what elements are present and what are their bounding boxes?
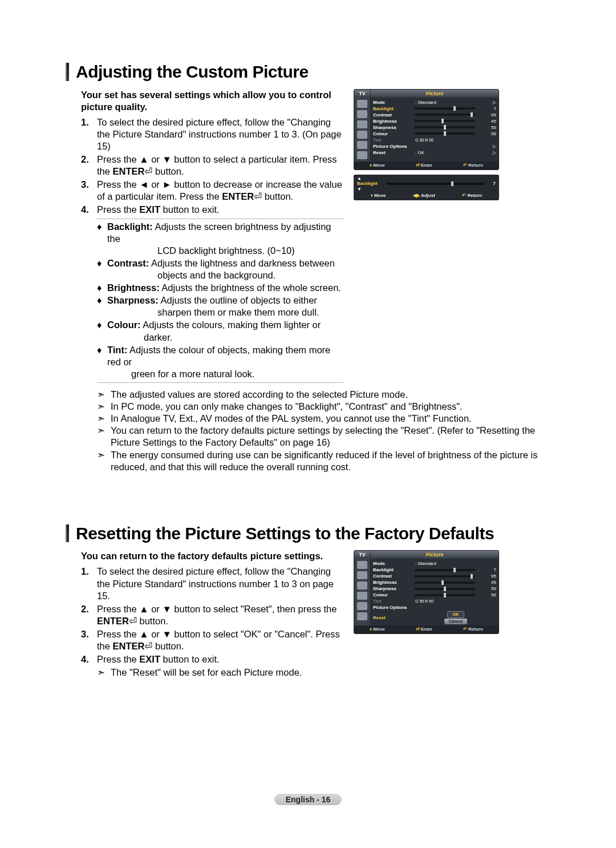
- osd-icon: [357, 131, 367, 139]
- section1-intro: Your set has several settings which allo…: [81, 89, 343, 113]
- enter-icon: ⏎: [144, 641, 152, 651]
- heading-accent-bar: [66, 524, 69, 543]
- def-brightness: ♦Brightness: Adjusts the brightness of t…: [97, 282, 343, 294]
- return-icon: ↶: [463, 627, 467, 632]
- osd-reset-cancel: Cancel: [444, 619, 468, 624]
- osd-rows: Mode: Standard▷ Backlight7 Contrast95 Br…: [371, 98, 499, 161]
- section2-notes: The "Reset" will be set for each Picture…: [81, 667, 343, 679]
- osd-tv-label: TV: [354, 90, 371, 98]
- diamond-icon: ♦: [97, 282, 102, 294]
- section2-intro: You can return to the factory defaults p…: [81, 550, 343, 562]
- osd-tv-label: TV: [354, 551, 371, 559]
- section2-steps: 1.To select the desired picture effect, …: [81, 566, 343, 665]
- heading-reset: Resetting the Picture Settings to the Fa…: [76, 524, 494, 543]
- step-3: 3. Press the ◄ or ► button to decrease o…: [97, 179, 343, 203]
- definition-list: ♦Backlight: Adjusts the screen brightnes…: [97, 219, 343, 383]
- page-footer: English - 16: [0, 794, 616, 805]
- note: You can return to the factory defaults p…: [97, 425, 556, 449]
- osd-icon: [357, 100, 367, 108]
- return-icon: ↶: [462, 193, 466, 198]
- diamond-icon: ♦: [97, 294, 102, 306]
- diamond-icon: ♦: [97, 221, 102, 233]
- step-4: 4. Press the EXIT button to exit.: [97, 204, 343, 216]
- heading-wrap: Adjusting the Custom Picture: [66, 63, 556, 81]
- osd-title: Picture: [371, 551, 499, 559]
- osd-icon: [357, 141, 367, 149]
- enter-icon: ⏎: [129, 616, 137, 626]
- step-1: 1. To select the desired picture effect,…: [97, 116, 343, 152]
- manual-page: Adjusting the Custom Picture Your set ha…: [0, 0, 616, 848]
- def-sharpness: ♦Sharpness: Adjusts the outline of objec…: [97, 294, 343, 318]
- section2-left: You can return to the factory defaults p…: [81, 550, 343, 679]
- def-contrast: ♦Contrast: Adjusts the lightness and dar…: [97, 257, 343, 281]
- osd-backlight-slider: ▲ Backlight 7 ▼ ♦Move ◀▶Adjust ↶Return: [354, 175, 499, 200]
- def-tint: ♦Tint: Adjusts the colour of objects, ma…: [97, 344, 343, 380]
- osd-icon: [357, 602, 367, 610]
- osd-reset-menu: TV Picture Mode: Standard Backlight7 Con…: [354, 550, 499, 634]
- page-number: English - 16: [274, 794, 342, 805]
- return-icon: ↶: [463, 163, 467, 168]
- enter-icon: ⏎: [144, 166, 152, 176]
- osd-icon: [357, 151, 367, 159]
- section-reset-picture: Resetting the Picture Settings to the Fa…: [66, 524, 556, 679]
- step-4: 4.Press the EXIT button to exit.: [97, 653, 343, 665]
- section1-right: TV Picture Mode: Standard▷ Backlight7 Co…: [354, 89, 499, 383]
- osd-icon: [357, 120, 367, 128]
- osd-title: Picture: [371, 90, 499, 98]
- osd-reset-ok: OK: [447, 611, 464, 618]
- chevron-right-icon: ▷: [491, 99, 496, 106]
- section-adjusting-picture: Adjusting the Custom Picture Your set ha…: [66, 63, 556, 473]
- enter-icon: ⏎: [416, 627, 420, 632]
- updown-icon: ♦: [370, 627, 372, 632]
- osd-picture-menu: TV Picture Mode: Standard▷ Backlight7 Co…: [354, 89, 499, 170]
- note: In Analogue TV, Ext., AV modes of the PA…: [97, 413, 556, 425]
- section2-body: You can return to the factory defaults p…: [81, 550, 556, 679]
- diamond-icon: ♦: [97, 319, 102, 331]
- osd-category-icons: [354, 98, 371, 161]
- step-1: 1.To select the desired picture effect, …: [97, 566, 343, 601]
- step-3: 3.Press the ▲ or ▼ button to select "OK"…: [97, 628, 343, 652]
- section1-steps: 1. To select the desired picture effect,…: [81, 116, 343, 216]
- osd-icon: [357, 571, 367, 579]
- def-colour: ♦Colour: Adjusts the colours, making the…: [97, 319, 343, 343]
- note: The "Reset" will be set for each Picture…: [97, 667, 343, 679]
- section1-left: Your set has several settings which allo…: [81, 89, 343, 383]
- section2-right: TV Picture Mode: Standard Backlight7 Con…: [354, 550, 499, 679]
- osd-category-icons: [354, 559, 371, 625]
- heading-adjusting: Adjusting the Custom Picture: [76, 63, 309, 81]
- section1-body: Your set has several settings which allo…: [81, 89, 556, 473]
- step-2: 2. Press the ▲ or ▼ button to select a p…: [97, 154, 343, 177]
- chevron-right-icon: ▷: [491, 150, 496, 156]
- enter-icon: ⏎: [254, 191, 262, 201]
- diamond-icon: ♦: [97, 257, 102, 269]
- down-arrow-icon: ▼: [357, 187, 496, 192]
- diamond-icon: ♦: [97, 344, 102, 356]
- osd-icon: [357, 612, 367, 620]
- note: The adjusted values are stored according…: [97, 389, 556, 401]
- heading-accent-bar: [66, 63, 69, 81]
- up-arrow-icon: ▲: [357, 176, 496, 181]
- updown-icon: ♦: [370, 163, 372, 168]
- osd-footer: ♦Move ⏎Enter ↶Return: [354, 161, 499, 169]
- note: The energy consumed during use can be si…: [97, 449, 556, 473]
- osd-icon: [357, 561, 367, 569]
- osd-icon: [357, 582, 367, 589]
- note: In PC mode, you can only make changes to…: [97, 401, 556, 413]
- enter-icon: ⏎: [416, 163, 420, 168]
- osd-footer: ♦Move ⏎Enter ↶Return: [354, 625, 499, 633]
- leftright-icon: ◀▶: [413, 193, 420, 198]
- osd-icon: [357, 110, 367, 118]
- chevron-right-icon: ▷: [491, 143, 496, 150]
- updown-icon: ♦: [371, 193, 373, 198]
- step-2: 2.Press the ▲ or ▼ button to select "Res…: [97, 603, 343, 627]
- osd-icon: [357, 592, 367, 600]
- heading-wrap: Resetting the Picture Settings to the Fa…: [66, 524, 556, 543]
- def-backlight: ♦Backlight: Adjusts the screen brightnes…: [97, 221, 343, 257]
- section1-notes: The adjusted values are stored according…: [81, 389, 556, 473]
